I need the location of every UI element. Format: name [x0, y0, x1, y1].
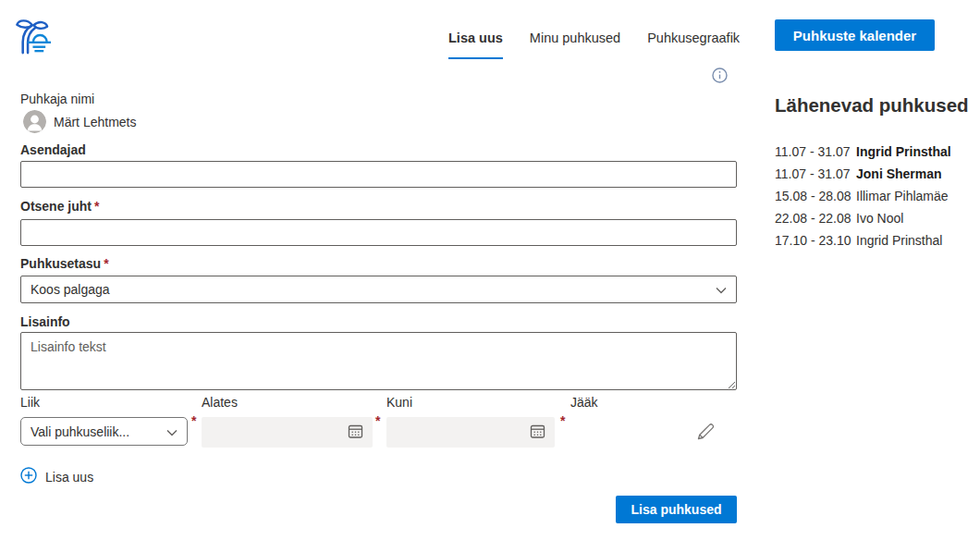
vacation-dates: 11.07 - 31.07 — [775, 144, 856, 159]
lisa-puhkused-button[interactable]: Lisa puhkused — [616, 496, 737, 523]
upcoming-vacations-title: Lähenevad puhkused — [775, 94, 969, 117]
info-icon[interactable] — [712, 68, 728, 83]
puhkaja-nimi-label: Puhkaja nimi — [20, 92, 94, 106]
required-asterisk: * — [375, 413, 380, 428]
add-row-button[interactable]: Lisa uus — [20, 467, 93, 486]
calendar-icon — [348, 423, 363, 442]
employee-persona: Märt Lehtmets — [23, 110, 136, 133]
puhkusetasu-selected-value: Koos palgaga — [31, 282, 716, 297]
kuni-column-label: Kuni — [386, 395, 412, 410]
puhkusetasu-label-text: Puhkusetasu — [20, 256, 101, 271]
edit-pencil-icon[interactable] — [694, 421, 717, 446]
puhkuste-kalender-button[interactable]: Puhkuste kalender — [775, 19, 935, 51]
palm-tree-logo-icon — [9, 14, 53, 57]
chevron-down-icon — [716, 282, 727, 297]
pivot-tabs: Lisa uus Minu puhkused Puhkusegraafik — [448, 31, 740, 59]
asendajad-label: Asendajad — [20, 142, 86, 157]
required-asterisk: * — [560, 413, 565, 428]
tab-minu-puhkused[interactable]: Minu puhkused — [530, 31, 620, 59]
vacation-person: Ingrid Prinsthal — [856, 233, 942, 248]
vacation-dates: 11.07 - 31.07 — [775, 166, 856, 181]
lisainfo-textarea[interactable] — [20, 332, 737, 390]
upcoming-row: 22.08 - 22.08 Ivo Nool — [775, 207, 951, 229]
upcoming-row: 15.08 - 28.08 Illimar Pihlamäe — [775, 185, 951, 207]
otsene-juht-label: Otsene juht* — [20, 199, 99, 214]
vacation-app-page: Lisa uus Minu puhkused Puhkusegraafik Pu… — [0, 0, 980, 540]
asendajad-input[interactable] — [20, 161, 737, 188]
kuni-date-picker[interactable] — [386, 417, 555, 448]
otsene-juht-label-text: Otsene juht — [20, 199, 92, 214]
vacation-person: Joni Sherman — [856, 166, 942, 181]
liik-column-label: Liik — [20, 395, 40, 410]
upcoming-row: 17.10 - 23.10 Ingrid Prinsthal — [775, 229, 951, 252]
add-circle-icon — [20, 467, 37, 486]
otsene-juht-input[interactable] — [20, 219, 737, 246]
employee-name: Märt Lehtmets — [54, 115, 136, 129]
vacation-type-dropdown[interactable]: Vali puhkuseliik... — [20, 417, 188, 446]
avatar — [23, 110, 46, 133]
alates-column-label: Alates — [202, 395, 238, 410]
required-asterisk: * — [191, 413, 196, 428]
lisainfo-label: Lisainfo — [20, 314, 70, 329]
alates-date-picker[interactable] — [202, 417, 373, 448]
upcoming-row: 11.07 - 31.07 Joni Sherman — [775, 163, 951, 185]
upcoming-row: 11.07 - 31.07 Ingrid Prinsthal — [775, 141, 951, 163]
calendar-icon — [530, 423, 545, 442]
required-asterisk: * — [94, 199, 99, 214]
tab-lisa-uus[interactable]: Lisa uus — [448, 31, 503, 59]
tab-puhkusegraafik[interactable]: Puhkusegraafik — [647, 31, 740, 59]
vacation-dates: 22.08 - 22.08 — [775, 211, 856, 226]
vacation-dates: 15.08 - 28.08 — [775, 189, 856, 203]
puhkusetasu-select[interactable]: Koos palgaga — [20, 276, 737, 303]
puhkusetasu-label: Puhkusetasu* — [20, 256, 109, 271]
vacation-dates: 17.10 - 23.10 — [775, 233, 856, 248]
vacation-person: Ivo Nool — [856, 211, 903, 226]
vacation-person: Ingrid Prinsthal — [856, 144, 951, 159]
upcoming-vacations-list: 11.07 - 31.07 Ingrid Prinsthal 11.07 - 3… — [775, 141, 951, 252]
vacation-person: Illimar Pihlamäe — [856, 189, 949, 203]
jaak-column-label: Jääk — [570, 395, 598, 410]
required-asterisk: * — [104, 256, 108, 271]
chevron-down-icon — [166, 424, 178, 439]
add-row-label: Lisa uus — [45, 470, 93, 485]
vacation-type-placeholder: Vali puhkuseliik... — [31, 424, 166, 439]
